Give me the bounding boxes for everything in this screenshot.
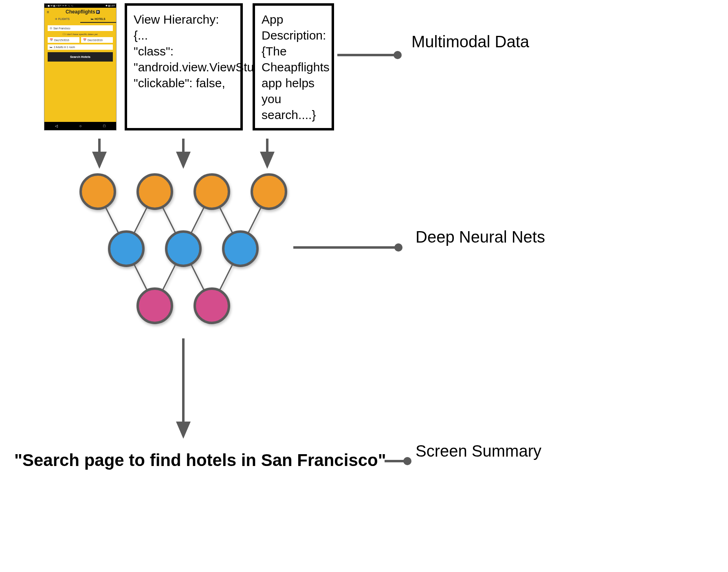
guests-field: 🛏 2 Adults in 1 room — [48, 44, 113, 50]
nn-node — [252, 174, 286, 209]
label-deep-neural-nets: Deep Neural Nets — [416, 226, 545, 247]
phone-form: ◎ San Francisco ☐ I don't have specific … — [44, 23, 116, 64]
brand-text: Cheapflights — [66, 9, 95, 15]
label-screen-summary: Screen Summary — [416, 440, 541, 462]
nn-node — [81, 174, 115, 209]
phone-screenshot: ○ ◼ ✉ ◧ ▪ 57° ✂ ✈ ↑↓ ↑↓ ✱ ▮ 1:07 ≡ Cheap… — [44, 3, 117, 130]
phone-app-bar: ≡ Cheapflights ✈ — [44, 8, 116, 16]
no-dates-checkbox: ☐ I don't have specific dates yet — [48, 33, 113, 35]
phone-status-bar: ○ ◼ ✉ ◧ ▪ 57° ✂ ✈ ↑↓ ↑↓ ✱ ▮ 1:07 — [44, 4, 116, 8]
android-nav-bar: ◁ ○ □ — [44, 122, 116, 130]
hamburger-icon: ≡ — [47, 10, 49, 14]
status-left: ○ ◼ ✉ ◧ ▪ 57° ✂ ✈ ↑↓ ↑↓ — [46, 4, 73, 7]
date-row: 📅 Dec/15/2016 📅 Dec/16/2016 — [48, 37, 113, 43]
svg-line-10 — [155, 249, 183, 306]
svg-line-5 — [155, 192, 183, 249]
nn-node — [223, 232, 257, 266]
svg-line-8 — [240, 192, 269, 249]
calendar-icon: 📅 — [83, 38, 86, 42]
label-multimodal-data: Multimodal Data — [411, 31, 529, 52]
view-hierarchy-box: View Hierarchy: {... "class": "android.v… — [125, 3, 243, 130]
connector-dnn — [293, 246, 399, 249]
calendar-icon: 📅 — [50, 38, 53, 42]
connector-dot — [403, 457, 411, 465]
checkin-text: Dec/15/2016 — [54, 39, 69, 42]
svg-line-9 — [126, 249, 155, 306]
checkin-field: 📅 Dec/15/2016 — [48, 37, 79, 43]
search-hotels-button: Search Hotels — [48, 52, 113, 62]
tab-flights: ✈ FLIGHTS — [44, 16, 80, 23]
phone-tabs: ✈ FLIGHTS 🛏 HOTELS — [44, 16, 116, 23]
plane-icon: ✈ — [96, 10, 100, 14]
nav-home-icon: ○ — [79, 124, 81, 128]
app-description-box: App Description: {The Cheapflights app h… — [253, 3, 334, 130]
status-right: ✱ ▮ 1:07 — [106, 4, 115, 7]
svg-line-3 — [98, 192, 126, 249]
pin-icon: ◎ — [50, 27, 52, 30]
svg-line-11 — [183, 249, 212, 306]
svg-line-12 — [212, 249, 240, 306]
guests-text: 2 Adults in 1 room — [54, 46, 75, 49]
screen-summary-output: "Search page to find hotels in San Franc… — [14, 451, 386, 470]
tab-hotels: 🛏 HOTELS — [80, 16, 116, 23]
svg-line-6 — [183, 192, 212, 249]
checkout-text: Dec/16/2016 — [88, 39, 103, 42]
nn-node — [109, 232, 143, 266]
connector-multimodal — [337, 54, 398, 56]
connector-dot — [394, 243, 402, 252]
nn-node — [195, 289, 229, 323]
connector-dot — [394, 51, 402, 59]
svg-line-4 — [126, 192, 155, 249]
nn-node — [138, 174, 172, 209]
nn-node — [166, 232, 200, 266]
destination-field: ◎ San Francisco — [48, 25, 113, 31]
destination-text: San Francisco — [53, 27, 70, 30]
nav-back-icon: ◁ — [55, 124, 58, 128]
app-brand: Cheapflights ✈ — [66, 9, 100, 15]
connector-summary — [385, 460, 408, 462]
nn-node — [138, 289, 172, 323]
checkout-field: 📅 Dec/16/2016 — [81, 37, 113, 43]
svg-line-7 — [212, 192, 240, 249]
nn-node — [195, 174, 229, 209]
bed-icon: 🛏 — [50, 46, 53, 49]
nav-recent-icon: □ — [103, 124, 105, 128]
